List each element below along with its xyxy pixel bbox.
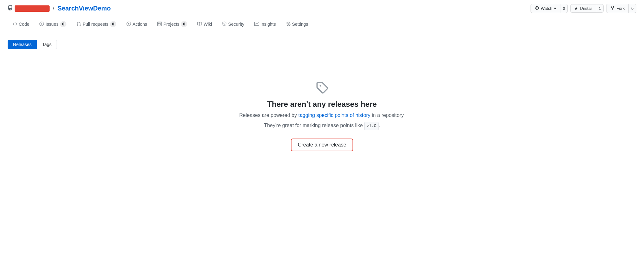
desc-line2-after: .: [379, 123, 380, 128]
unstar-label: Unstar: [580, 6, 592, 11]
fork-icon: [610, 6, 615, 11]
issue-icon: [39, 22, 44, 27]
star-icon: ★: [574, 6, 578, 11]
projects-badge: 0: [181, 21, 187, 27]
tab-code-label: Code: [19, 22, 29, 27]
tab-projects-label: Projects: [163, 22, 180, 27]
tab-security-label: Security: [228, 22, 244, 27]
empty-title: There aren't any releases here: [267, 100, 377, 109]
fork-btn-group: Fork 0: [606, 4, 636, 13]
star-count: 1: [599, 6, 601, 11]
watch-chevron-icon: ▾: [554, 6, 556, 11]
pull-requests-badge: 0: [110, 21, 116, 27]
nav-tabs: Code Issues 0 Pull requests 0 Actions Pr…: [0, 17, 644, 32]
watch-btn-group: Watch ▾ 0: [531, 4, 568, 13]
watch-label: Watch: [541, 6, 552, 11]
desc-before: Releases are powered by: [239, 112, 298, 118]
tags-tab[interactable]: Tags: [37, 40, 57, 49]
wiki-icon: [197, 22, 202, 27]
fork-count-button[interactable]: 0: [628, 4, 636, 13]
repo-title: / SearchViewDemo: [8, 5, 531, 12]
repo-book-icon: [8, 5, 13, 12]
unstar-button[interactable]: ★ Unstar: [570, 4, 596, 13]
tab-wiki[interactable]: Wiki: [192, 18, 217, 31]
top-header: / SearchViewDemo Watch ▾ 0 ★ Unstar: [0, 0, 644, 17]
tab-pull-requests-label: Pull requests: [83, 22, 108, 27]
watch-count: 0: [563, 6, 565, 11]
tag-icon: [316, 81, 328, 95]
main-content: Releases Tags There aren't any releases …: [0, 32, 644, 184]
version-code: v1.0: [364, 122, 379, 131]
tab-projects[interactable]: Projects 0: [152, 17, 193, 32]
empty-state: There aren't any releases here Releases …: [8, 56, 636, 177]
star-count-button[interactable]: 1: [596, 4, 604, 13]
desc-line2-before: They're great for marking release points…: [264, 123, 364, 128]
tab-security[interactable]: Security: [217, 18, 250, 31]
tab-actions-label: Actions: [133, 22, 147, 27]
tab-code[interactable]: Code: [8, 18, 34, 31]
desc-middle: in a repository.: [370, 112, 405, 118]
fork-label: Fork: [616, 6, 625, 11]
projects-icon: [157, 22, 162, 27]
tagging-link[interactable]: tagging specific points of history: [298, 112, 370, 118]
empty-description-line2: They're great for marking release points…: [264, 121, 380, 131]
repo-owner-avatar[interactable]: [15, 5, 50, 12]
tab-pull-requests[interactable]: Pull requests 0: [72, 17, 121, 32]
tab-settings-label: Settings: [292, 22, 308, 27]
create-release-label: Create a new release: [298, 142, 346, 148]
issues-badge: 0: [60, 21, 66, 27]
tab-issues-label: Issues: [45, 22, 58, 27]
eye-icon: [535, 6, 539, 11]
tags-tab-label: Tags: [42, 42, 51, 47]
tab-settings[interactable]: Settings: [281, 18, 313, 31]
empty-description-line1: Releases are powered by tagging specific…: [239, 111, 405, 119]
releases-tab-label: Releases: [13, 42, 31, 47]
header-actions: Watch ▾ 0 ★ Unstar 1: [531, 4, 636, 13]
code-icon: [13, 22, 17, 27]
repo-separator: /: [53, 5, 54, 12]
insights-icon: [254, 22, 259, 27]
actions-icon: [127, 22, 131, 27]
watch-count-button[interactable]: 0: [560, 4, 568, 13]
tab-insights[interactable]: Insights: [249, 18, 281, 31]
fork-button[interactable]: Fork: [606, 4, 628, 13]
tab-wiki-label: Wiki: [203, 22, 212, 27]
tab-actions[interactable]: Actions: [121, 18, 152, 31]
create-release-button[interactable]: Create a new release: [291, 139, 353, 151]
fork-count: 0: [631, 6, 634, 11]
tab-insights-label: Insights: [260, 22, 276, 27]
settings-icon: [286, 22, 291, 27]
pull-request-icon: [77, 22, 81, 27]
tab-issues[interactable]: Issues 0: [34, 17, 71, 32]
watch-button[interactable]: Watch ▾: [531, 4, 560, 13]
repo-name-link[interactable]: SearchViewDemo: [58, 5, 111, 12]
unstar-btn-group: ★ Unstar 1: [570, 4, 604, 13]
sub-tabs: Releases Tags: [8, 40, 636, 49]
security-icon: [222, 22, 227, 27]
releases-tab[interactable]: Releases: [8, 40, 37, 49]
